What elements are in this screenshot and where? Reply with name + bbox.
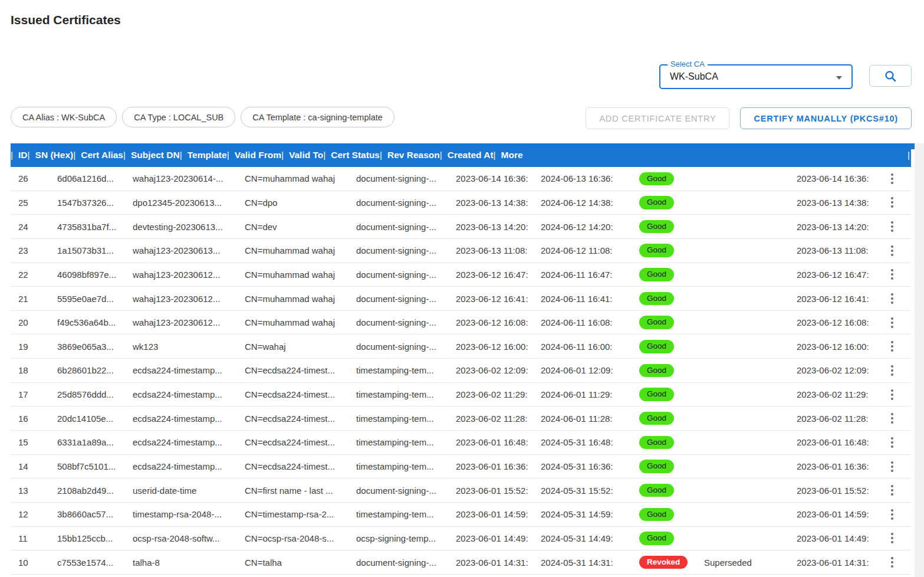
status-badge: Good bbox=[639, 340, 674, 353]
cell-subject-dn: CN=ecdsa224-timest... bbox=[236, 431, 348, 454]
cell-valid-to: 2024-06-12 11:08: bbox=[532, 239, 617, 263]
status-badge: Good bbox=[639, 268, 674, 281]
topbar: Issued Certificates Select CA WK-SubCA C… bbox=[0, 0, 924, 143]
search-button[interactable] bbox=[869, 65, 912, 87]
cell-valid-to: 2024-05-31 14:31: bbox=[532, 550, 617, 574]
cell-created-at: 2023-06-01 15:52: bbox=[787, 478, 873, 502]
cell-cert-alias: talha-8 bbox=[126, 550, 236, 574]
cell-subject-dn: CN=muhammad wahaj bbox=[236, 239, 348, 263]
column-header: | Cert Status bbox=[323, 143, 380, 167]
status-badge: Good bbox=[639, 316, 674, 329]
cell-created-at: 2023-06-12 16:00: bbox=[787, 335, 873, 358]
cell-rev-reason bbox=[695, 287, 787, 310]
cell-more bbox=[873, 311, 911, 335]
cell-cert-status: Good bbox=[617, 406, 695, 430]
cell-id: 23 bbox=[11, 239, 52, 263]
cell-valid-from: 2023-06-14 16:36: bbox=[447, 167, 532, 191]
cell-template: document-signing-... bbox=[348, 215, 447, 238]
more-menu-icon[interactable] bbox=[887, 243, 897, 258]
more-menu-icon[interactable] bbox=[887, 267, 897, 282]
select-ca-dropdown[interactable]: Select CA WK-SubCA bbox=[659, 64, 853, 89]
cell-rev-reason: Superseded bbox=[695, 550, 787, 574]
more-menu-icon[interactable] bbox=[887, 459, 897, 474]
cell-template: document-signing-... bbox=[348, 550, 447, 574]
more-menu-icon[interactable] bbox=[887, 411, 897, 426]
certify-manually-button[interactable]: CERTIFY MANUALLY (PKCS#10) bbox=[740, 107, 912, 129]
cell-sn-hex: 15bb125ccb... bbox=[52, 527, 126, 550]
cell-subject-dn: CN=muhammad wahaj bbox=[236, 167, 348, 191]
cell-subject-dn: CN=timestamp-rsa-2... bbox=[236, 503, 348, 526]
table-body: 26 6d06a1216d... wahaj123-20230614-... C… bbox=[11, 167, 911, 575]
vertical-scrollbar[interactable] bbox=[915, 143, 924, 577]
cell-rev-reason bbox=[695, 503, 787, 526]
cell-template: document-signing-... bbox=[348, 191, 447, 215]
more-menu-icon[interactable] bbox=[887, 291, 897, 306]
cell-valid-to: 2024-06-12 14:38: bbox=[532, 191, 617, 215]
more-menu-icon[interactable] bbox=[887, 315, 897, 330]
status-badge: Good bbox=[639, 484, 674, 497]
more-menu-icon[interactable] bbox=[887, 219, 897, 234]
column-separator: | bbox=[323, 150, 325, 160]
cell-rev-reason bbox=[695, 383, 787, 406]
cell-template: timestamping-tem... bbox=[348, 359, 447, 382]
status-badge: Good bbox=[639, 172, 674, 186]
cell-more bbox=[873, 167, 911, 191]
more-menu-icon[interactable] bbox=[887, 435, 897, 450]
cell-cert-alias: userid-date-time bbox=[126, 478, 236, 502]
cell-cert-status: Good bbox=[617, 311, 695, 335]
more-menu-icon[interactable] bbox=[887, 387, 897, 402]
cell-template: ocsp-signing-temp... bbox=[348, 527, 447, 550]
add-certificate-entry-button[interactable]: ADD CERTIFICATE ENTRY bbox=[586, 107, 729, 129]
cell-more bbox=[873, 478, 911, 502]
cell-sn-hex: 1a15073b31... bbox=[52, 239, 126, 263]
ca-info-chip: CA Template : ca-signing-template bbox=[241, 107, 394, 127]
cell-cert-status: Good bbox=[617, 503, 695, 526]
table-row: 11 15bb125ccb... ocsp-rsa-2048-softw... … bbox=[11, 527, 911, 551]
cell-valid-from: 2023-06-13 14:20: bbox=[447, 215, 532, 238]
cell-rev-reason bbox=[695, 263, 787, 287]
more-menu-icon[interactable] bbox=[887, 555, 897, 570]
table-row: 22 46098bf897e... wahaj123-20230612... C… bbox=[11, 263, 911, 287]
column-separator: | bbox=[123, 150, 126, 160]
cell-cert-alias: ecdsa224-timestamp... bbox=[126, 359, 236, 382]
cell-subject-dn: CN=ecdsa224-timest... bbox=[236, 406, 348, 430]
cell-id: 10 bbox=[11, 550, 52, 574]
cell-sn-hex: 25d8576ddd... bbox=[52, 383, 126, 406]
column-separator: | bbox=[28, 150, 30, 160]
cell-subject-dn: CN=talha bbox=[236, 550, 348, 574]
more-menu-icon[interactable] bbox=[887, 195, 897, 210]
cell-id: 14 bbox=[11, 455, 52, 478]
cell-valid-from: 2023-06-12 16:08: bbox=[447, 311, 532, 335]
cell-template: document-signing-... bbox=[348, 167, 447, 191]
table-header: | | ID | SN (Hex) | Cert Alias | bbox=[11, 143, 911, 167]
action-buttons: ADD CERTIFICATE ENTRY CERTIFY MANUALLY (… bbox=[586, 107, 912, 129]
cell-sn-hex: 1547b37326... bbox=[52, 191, 126, 215]
column-header: | Template bbox=[180, 143, 227, 167]
cell-valid-from: 2023-06-01 14:49: bbox=[447, 527, 532, 550]
cell-valid-from: 2023-06-02 12:09: bbox=[447, 359, 532, 382]
more-menu-icon[interactable] bbox=[887, 483, 897, 498]
more-menu-icon[interactable] bbox=[887, 339, 897, 354]
more-menu-icon[interactable] bbox=[887, 363, 897, 378]
table-row: 17 25d8576ddd... ecdsa224-timestamp... C… bbox=[11, 383, 911, 407]
status-badge: Good bbox=[639, 196, 674, 209]
cell-cert-status: Good bbox=[617, 431, 695, 454]
cell-template: document-signing-... bbox=[348, 311, 447, 335]
cell-template: document-signing-... bbox=[348, 287, 447, 310]
cell-valid-from: 2023-06-13 11:08: bbox=[447, 239, 532, 263]
more-menu-icon[interactable] bbox=[887, 530, 897, 546]
cell-id: 24 bbox=[11, 215, 52, 238]
cell-valid-to: 2024-05-31 16:48: bbox=[532, 431, 617, 454]
cell-sn-hex: 3869e065a3... bbox=[52, 335, 126, 358]
more-menu-icon[interactable] bbox=[887, 171, 897, 186]
cell-id: 20 bbox=[11, 311, 52, 335]
cell-cert-status: Good bbox=[617, 383, 695, 406]
column-header: | More bbox=[494, 143, 523, 167]
column-header: | ID bbox=[11, 143, 28, 167]
cell-id: 18 bbox=[11, 359, 52, 382]
more-menu-icon[interactable] bbox=[887, 507, 897, 522]
cell-valid-from: 2023-06-02 11:28: bbox=[447, 406, 532, 430]
cell-valid-from: 2023-06-01 14:59: bbox=[447, 503, 532, 526]
cell-cert-status: Good bbox=[617, 239, 695, 263]
cell-sn-hex: 46098bf897e... bbox=[52, 263, 126, 287]
